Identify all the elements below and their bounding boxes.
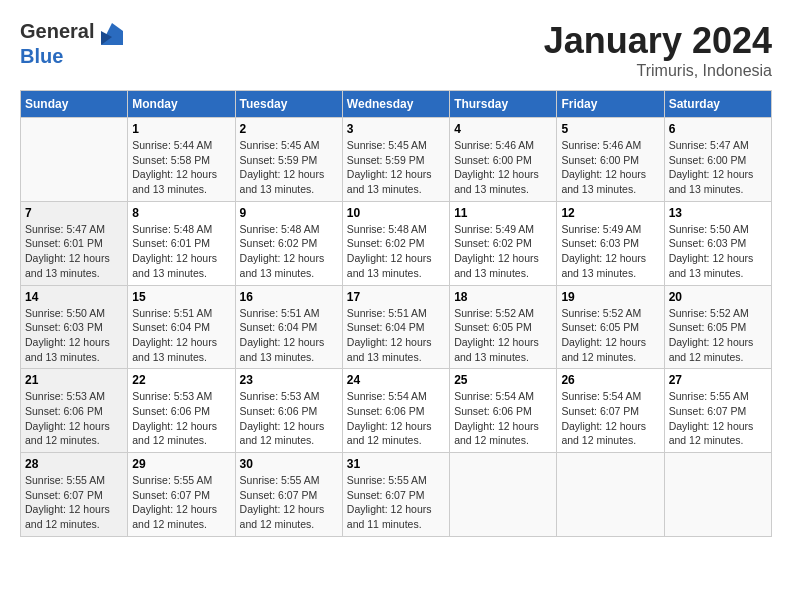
calendar-cell: 7Sunrise: 5:47 AMSunset: 6:01 PMDaylight… (21, 201, 128, 285)
month-title: January 2024 (544, 20, 772, 62)
day-number: 4 (454, 122, 552, 136)
day-detail: Sunrise: 5:55 AMSunset: 6:07 PMDaylight:… (347, 473, 445, 532)
calendar-week-row: 28Sunrise: 5:55 AMSunset: 6:07 PMDayligh… (21, 453, 772, 537)
day-detail: Sunrise: 5:50 AMSunset: 6:03 PMDaylight:… (669, 222, 767, 281)
day-number: 25 (454, 373, 552, 387)
calendar-header-row: SundayMondayTuesdayWednesdayThursdayFrid… (21, 91, 772, 118)
calendar-week-row: 14Sunrise: 5:50 AMSunset: 6:03 PMDayligh… (21, 285, 772, 369)
day-number: 14 (25, 290, 123, 304)
day-number: 27 (669, 373, 767, 387)
calendar-cell: 10Sunrise: 5:48 AMSunset: 6:02 PMDayligh… (342, 201, 449, 285)
day-detail: Sunrise: 5:48 AMSunset: 6:01 PMDaylight:… (132, 222, 230, 281)
day-detail: Sunrise: 5:49 AMSunset: 6:03 PMDaylight:… (561, 222, 659, 281)
calendar-cell: 28Sunrise: 5:55 AMSunset: 6:07 PMDayligh… (21, 453, 128, 537)
calendar-week-row: 21Sunrise: 5:53 AMSunset: 6:06 PMDayligh… (21, 369, 772, 453)
day-number: 2 (240, 122, 338, 136)
calendar-cell: 13Sunrise: 5:50 AMSunset: 6:03 PMDayligh… (664, 201, 771, 285)
day-number: 28 (25, 457, 123, 471)
day-detail: Sunrise: 5:55 AMSunset: 6:07 PMDaylight:… (25, 473, 123, 532)
day-number: 18 (454, 290, 552, 304)
calendar-cell: 3Sunrise: 5:45 AMSunset: 5:59 PMDaylight… (342, 118, 449, 202)
calendar-week-row: 7Sunrise: 5:47 AMSunset: 6:01 PMDaylight… (21, 201, 772, 285)
logo-text: General Blue (20, 20, 125, 68)
calendar-table: SundayMondayTuesdayWednesdayThursdayFrid… (20, 90, 772, 537)
calendar-cell: 26Sunrise: 5:54 AMSunset: 6:07 PMDayligh… (557, 369, 664, 453)
day-number: 13 (669, 206, 767, 220)
day-detail: Sunrise: 5:48 AMSunset: 6:02 PMDaylight:… (347, 222, 445, 281)
day-detail: Sunrise: 5:46 AMSunset: 6:00 PMDaylight:… (561, 138, 659, 197)
logo-icon (101, 23, 123, 45)
calendar-cell: 2Sunrise: 5:45 AMSunset: 5:59 PMDaylight… (235, 118, 342, 202)
day-detail: Sunrise: 5:49 AMSunset: 6:02 PMDaylight:… (454, 222, 552, 281)
day-number: 17 (347, 290, 445, 304)
calendar-cell: 25Sunrise: 5:54 AMSunset: 6:06 PMDayligh… (450, 369, 557, 453)
column-header-thursday: Thursday (450, 91, 557, 118)
calendar-cell: 17Sunrise: 5:51 AMSunset: 6:04 PMDayligh… (342, 285, 449, 369)
calendar-cell: 20Sunrise: 5:52 AMSunset: 6:05 PMDayligh… (664, 285, 771, 369)
title-block: January 2024 Trimuris, Indonesia (544, 20, 772, 80)
calendar-cell: 22Sunrise: 5:53 AMSunset: 6:06 PMDayligh… (128, 369, 235, 453)
day-detail: Sunrise: 5:54 AMSunset: 6:06 PMDaylight:… (454, 389, 552, 448)
calendar-cell: 16Sunrise: 5:51 AMSunset: 6:04 PMDayligh… (235, 285, 342, 369)
calendar-cell: 15Sunrise: 5:51 AMSunset: 6:04 PMDayligh… (128, 285, 235, 369)
logo-blue: Blue (20, 45, 63, 67)
day-detail: Sunrise: 5:54 AMSunset: 6:06 PMDaylight:… (347, 389, 445, 448)
day-number: 1 (132, 122, 230, 136)
day-number: 19 (561, 290, 659, 304)
day-detail: Sunrise: 5:52 AMSunset: 6:05 PMDaylight:… (669, 306, 767, 365)
calendar-cell: 31Sunrise: 5:55 AMSunset: 6:07 PMDayligh… (342, 453, 449, 537)
day-detail: Sunrise: 5:48 AMSunset: 6:02 PMDaylight:… (240, 222, 338, 281)
day-number: 30 (240, 457, 338, 471)
column-header-wednesday: Wednesday (342, 91, 449, 118)
calendar-cell (664, 453, 771, 537)
day-number: 15 (132, 290, 230, 304)
day-detail: Sunrise: 5:51 AMSunset: 6:04 PMDaylight:… (132, 306, 230, 365)
calendar-cell: 30Sunrise: 5:55 AMSunset: 6:07 PMDayligh… (235, 453, 342, 537)
calendar-cell: 18Sunrise: 5:52 AMSunset: 6:05 PMDayligh… (450, 285, 557, 369)
day-number: 21 (25, 373, 123, 387)
day-number: 31 (347, 457, 445, 471)
page-header: General Blue January 2024 Trimuris, Indo… (20, 20, 772, 80)
calendar-cell: 29Sunrise: 5:55 AMSunset: 6:07 PMDayligh… (128, 453, 235, 537)
column-header-friday: Friday (557, 91, 664, 118)
column-header-monday: Monday (128, 91, 235, 118)
calendar-cell: 4Sunrise: 5:46 AMSunset: 6:00 PMDaylight… (450, 118, 557, 202)
calendar-cell: 8Sunrise: 5:48 AMSunset: 6:01 PMDaylight… (128, 201, 235, 285)
calendar-cell: 19Sunrise: 5:52 AMSunset: 6:05 PMDayligh… (557, 285, 664, 369)
day-number: 24 (347, 373, 445, 387)
column-header-sunday: Sunday (21, 91, 128, 118)
day-detail: Sunrise: 5:47 AMSunset: 6:00 PMDaylight:… (669, 138, 767, 197)
day-detail: Sunrise: 5:53 AMSunset: 6:06 PMDaylight:… (240, 389, 338, 448)
day-detail: Sunrise: 5:46 AMSunset: 6:00 PMDaylight:… (454, 138, 552, 197)
day-detail: Sunrise: 5:51 AMSunset: 6:04 PMDaylight:… (240, 306, 338, 365)
calendar-cell (21, 118, 128, 202)
logo: General Blue (20, 20, 125, 68)
day-detail: Sunrise: 5:52 AMSunset: 6:05 PMDaylight:… (454, 306, 552, 365)
calendar-cell: 24Sunrise: 5:54 AMSunset: 6:06 PMDayligh… (342, 369, 449, 453)
calendar-cell: 23Sunrise: 5:53 AMSunset: 6:06 PMDayligh… (235, 369, 342, 453)
day-number: 11 (454, 206, 552, 220)
day-number: 22 (132, 373, 230, 387)
day-number: 23 (240, 373, 338, 387)
column-header-saturday: Saturday (664, 91, 771, 118)
calendar-cell (450, 453, 557, 537)
day-detail: Sunrise: 5:55 AMSunset: 6:07 PMDaylight:… (132, 473, 230, 532)
day-number: 8 (132, 206, 230, 220)
day-detail: Sunrise: 5:54 AMSunset: 6:07 PMDaylight:… (561, 389, 659, 448)
column-header-tuesday: Tuesday (235, 91, 342, 118)
day-number: 20 (669, 290, 767, 304)
day-detail: Sunrise: 5:55 AMSunset: 6:07 PMDaylight:… (240, 473, 338, 532)
day-number: 5 (561, 122, 659, 136)
day-detail: Sunrise: 5:53 AMSunset: 6:06 PMDaylight:… (25, 389, 123, 448)
day-detail: Sunrise: 5:50 AMSunset: 6:03 PMDaylight:… (25, 306, 123, 365)
day-number: 29 (132, 457, 230, 471)
calendar-cell: 9Sunrise: 5:48 AMSunset: 6:02 PMDaylight… (235, 201, 342, 285)
day-number: 26 (561, 373, 659, 387)
day-detail: Sunrise: 5:53 AMSunset: 6:06 PMDaylight:… (132, 389, 230, 448)
calendar-cell: 6Sunrise: 5:47 AMSunset: 6:00 PMDaylight… (664, 118, 771, 202)
day-detail: Sunrise: 5:52 AMSunset: 6:05 PMDaylight:… (561, 306, 659, 365)
day-number: 3 (347, 122, 445, 136)
day-number: 16 (240, 290, 338, 304)
calendar-cell: 27Sunrise: 5:55 AMSunset: 6:07 PMDayligh… (664, 369, 771, 453)
day-detail: Sunrise: 5:45 AMSunset: 5:59 PMDaylight:… (347, 138, 445, 197)
